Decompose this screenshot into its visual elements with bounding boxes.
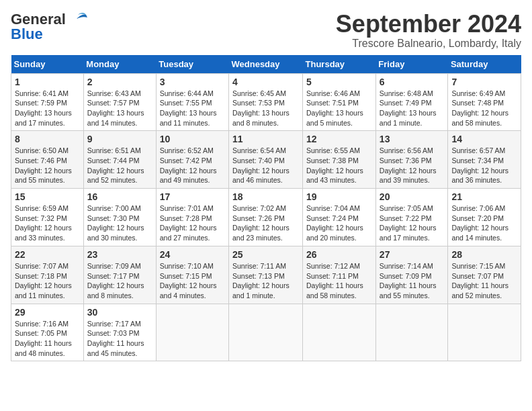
day-number: 19 <box>306 191 372 202</box>
calendar-cell <box>229 304 303 361</box>
day-info-text: Sunrise: 6:49 AM Sunset: 7:48 PM Dayligh… <box>451 89 517 128</box>
day-info-text: Sunrise: 7:12 AM Sunset: 7:11 PM Dayligh… <box>306 261 372 301</box>
calendar-cell: 19Sunrise: 7:04 AM Sunset: 7:24 PM Dayli… <box>303 189 376 246</box>
calendar-cell: 21Sunrise: 7:06 AM Sunset: 7:20 PM Dayli… <box>448 189 521 246</box>
day-number: 28 <box>451 249 517 260</box>
calendar-cell: 6Sunrise: 6:48 AM Sunset: 7:49 PM Daylig… <box>375 73 448 131</box>
weekday-header-monday: Monday <box>83 55 156 74</box>
day-number: 21 <box>451 191 517 202</box>
day-info-text: Sunrise: 7:02 AM Sunset: 7:26 PM Dayligh… <box>232 203 299 243</box>
calendar-week-row: 8Sunrise: 6:50 AM Sunset: 7:46 PM Daylig… <box>11 131 521 189</box>
weekday-header-row: SundayMondayTuesdayWednesdayThursdayFrid… <box>11 55 521 74</box>
calendar-cell: 20Sunrise: 7:05 AM Sunset: 7:22 PM Dayli… <box>375 189 448 246</box>
day-number: 8 <box>15 134 80 144</box>
calendar-cell: 1Sunrise: 6:41 AM Sunset: 7:59 PM Daylig… <box>11 73 84 131</box>
day-number: 20 <box>380 191 445 202</box>
calendar-cell: 11Sunrise: 6:54 AM Sunset: 7:40 PM Dayli… <box>229 131 303 189</box>
day-number: 13 <box>380 134 445 144</box>
day-info-text: Sunrise: 7:06 AM Sunset: 7:20 PM Dayligh… <box>451 203 517 243</box>
title-section: September 2024 Trescore Balneario, Lomba… <box>336 11 521 50</box>
day-info-text: Sunrise: 6:51 AM Sunset: 7:44 PM Dayligh… <box>87 146 152 185</box>
day-info-text: Sunrise: 7:17 AM Sunset: 7:03 PM Dayligh… <box>87 319 152 359</box>
day-number: 10 <box>160 134 225 144</box>
calendar-cell: 5Sunrise: 6:46 AM Sunset: 7:51 PM Daylig… <box>303 73 376 131</box>
day-number: 27 <box>380 249 445 260</box>
day-info-text: Sunrise: 6:55 AM Sunset: 7:38 PM Dayligh… <box>306 146 372 185</box>
day-info-text: Sunrise: 7:05 AM Sunset: 7:22 PM Dayligh… <box>380 203 445 243</box>
page-header: General Blue September 2024 Trescore Bal… <box>11 11 521 50</box>
calendar-week-row: 15Sunrise: 6:59 AM Sunset: 7:32 PM Dayli… <box>11 189 521 246</box>
day-number: 17 <box>160 191 225 202</box>
day-number: 14 <box>451 134 517 144</box>
calendar-cell: 8Sunrise: 6:50 AM Sunset: 7:46 PM Daylig… <box>11 131 84 189</box>
day-info-text: Sunrise: 7:07 AM Sunset: 7:18 PM Dayligh… <box>15 261 80 301</box>
calendar-cell <box>303 304 376 361</box>
calendar-cell <box>375 304 448 361</box>
weekday-header-thursday: Thursday <box>303 55 376 74</box>
month-year-title: September 2024 <box>336 11 521 38</box>
day-number: 12 <box>306 134 372 144</box>
day-info-text: Sunrise: 6:45 AM Sunset: 7:53 PM Dayligh… <box>232 89 299 128</box>
day-number: 18 <box>232 191 299 202</box>
calendar-week-row: 29Sunrise: 7:16 AM Sunset: 7:05 PM Dayli… <box>11 304 521 361</box>
calendar-table: SundayMondayTuesdayWednesdayThursdayFrid… <box>11 55 521 362</box>
day-number: 1 <box>15 77 80 87</box>
calendar-cell: 15Sunrise: 6:59 AM Sunset: 7:32 PM Dayli… <box>11 189 84 246</box>
day-info-text: Sunrise: 6:50 AM Sunset: 7:46 PM Dayligh… <box>15 146 80 185</box>
day-info-text: Sunrise: 6:48 AM Sunset: 7:49 PM Dayligh… <box>380 89 445 128</box>
calendar-cell: 30Sunrise: 7:17 AM Sunset: 7:03 PM Dayli… <box>83 304 156 361</box>
day-info-text: Sunrise: 7:14 AM Sunset: 7:09 PM Dayligh… <box>380 261 445 301</box>
day-info-text: Sunrise: 6:44 AM Sunset: 7:55 PM Dayligh… <box>160 89 225 128</box>
calendar-cell: 24Sunrise: 7:10 AM Sunset: 7:15 PM Dayli… <box>156 246 228 304</box>
weekday-header-friday: Friday <box>375 55 448 74</box>
day-number: 16 <box>87 191 152 202</box>
logo-blue-text: Blue <box>11 26 43 43</box>
calendar-cell: 22Sunrise: 7:07 AM Sunset: 7:18 PM Dayli… <box>11 246 84 304</box>
day-info-text: Sunrise: 7:10 AM Sunset: 7:15 PM Dayligh… <box>160 261 225 301</box>
weekday-header-sunday: Sunday <box>11 55 84 74</box>
day-info-text: Sunrise: 6:57 AM Sunset: 7:34 PM Dayligh… <box>451 146 517 185</box>
calendar-cell: 13Sunrise: 6:56 AM Sunset: 7:36 PM Dayli… <box>375 131 448 189</box>
day-info-text: Sunrise: 7:16 AM Sunset: 7:05 PM Dayligh… <box>15 319 80 359</box>
calendar-cell: 29Sunrise: 7:16 AM Sunset: 7:05 PM Dayli… <box>11 304 84 361</box>
day-info-text: Sunrise: 7:15 AM Sunset: 7:07 PM Dayligh… <box>451 261 517 301</box>
logo-bird-icon <box>67 12 89 27</box>
day-number: 25 <box>232 249 299 260</box>
day-info-text: Sunrise: 6:54 AM Sunset: 7:40 PM Dayligh… <box>232 146 299 185</box>
day-number: 4 <box>232 77 299 87</box>
day-info-text: Sunrise: 7:01 AM Sunset: 7:28 PM Dayligh… <box>160 203 225 243</box>
logo: General Blue <box>11 11 89 43</box>
calendar-cell: 26Sunrise: 7:12 AM Sunset: 7:11 PM Dayli… <box>303 246 376 304</box>
calendar-cell: 16Sunrise: 7:00 AM Sunset: 7:30 PM Dayli… <box>83 189 156 246</box>
day-number: 30 <box>87 307 152 318</box>
day-number: 6 <box>380 77 445 87</box>
day-number: 29 <box>15 307 80 318</box>
calendar-cell: 7Sunrise: 6:49 AM Sunset: 7:48 PM Daylig… <box>448 73 521 131</box>
day-info-text: Sunrise: 7:00 AM Sunset: 7:30 PM Dayligh… <box>87 203 152 243</box>
calendar-cell: 18Sunrise: 7:02 AM Sunset: 7:26 PM Dayli… <box>229 189 303 246</box>
day-number: 7 <box>451 77 517 87</box>
calendar-week-row: 22Sunrise: 7:07 AM Sunset: 7:18 PM Dayli… <box>11 246 521 304</box>
calendar-week-row: 1Sunrise: 6:41 AM Sunset: 7:59 PM Daylig… <box>11 73 521 131</box>
day-number: 9 <box>87 134 152 144</box>
day-info-text: Sunrise: 6:43 AM Sunset: 7:57 PM Dayligh… <box>87 89 152 128</box>
weekday-header-saturday: Saturday <box>448 55 521 74</box>
day-number: 22 <box>15 249 80 260</box>
calendar-cell: 27Sunrise: 7:14 AM Sunset: 7:09 PM Dayli… <box>375 246 448 304</box>
calendar-cell: 12Sunrise: 6:55 AM Sunset: 7:38 PM Dayli… <box>303 131 376 189</box>
calendar-cell: 4Sunrise: 6:45 AM Sunset: 7:53 PM Daylig… <box>229 73 303 131</box>
calendar-cell <box>448 304 521 361</box>
day-info-text: Sunrise: 6:52 AM Sunset: 7:42 PM Dayligh… <box>160 146 225 185</box>
calendar-cell: 3Sunrise: 6:44 AM Sunset: 7:55 PM Daylig… <box>156 73 228 131</box>
day-number: 23 <box>87 249 152 260</box>
day-info-text: Sunrise: 6:56 AM Sunset: 7:36 PM Dayligh… <box>380 146 445 185</box>
calendar-cell: 23Sunrise: 7:09 AM Sunset: 7:17 PM Dayli… <box>83 246 156 304</box>
calendar-cell <box>156 304 228 361</box>
calendar-cell: 25Sunrise: 7:11 AM Sunset: 7:13 PM Dayli… <box>229 246 303 304</box>
calendar-cell: 9Sunrise: 6:51 AM Sunset: 7:44 PM Daylig… <box>83 131 156 189</box>
day-number: 24 <box>160 249 225 260</box>
day-number: 3 <box>160 77 225 87</box>
location-subtitle: Trescore Balneario, Lombardy, Italy <box>336 38 521 50</box>
day-info-text: Sunrise: 6:59 AM Sunset: 7:32 PM Dayligh… <box>15 203 80 243</box>
day-number: 5 <box>306 77 372 87</box>
